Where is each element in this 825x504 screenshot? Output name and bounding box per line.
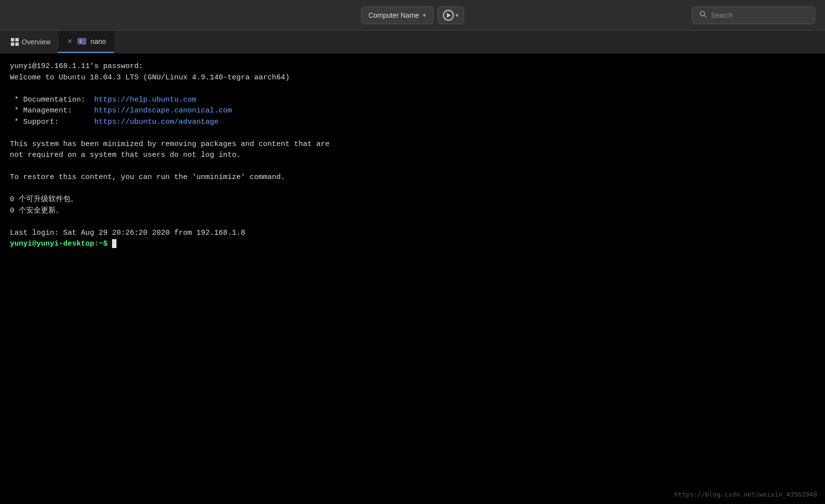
terminal-line-6: * Support: https://ubuntu.com/advantage — [10, 117, 815, 128]
terminal-cursor — [112, 239, 116, 248]
computer-name-dropdown[interactable]: Computer Name ▾ — [361, 6, 434, 24]
toolbar: Computer Name ▾ ▾ Search — [0, 0, 825, 31]
play-button[interactable]: ▾ — [437, 6, 464, 24]
terminal-line-8: This system has been minimized by removi… — [10, 139, 815, 150]
link-support: https://ubuntu.com/advantage — [94, 118, 219, 126]
overview-button[interactable]: Overview — [4, 31, 57, 53]
tab-name-label: nano — [90, 37, 106, 45]
terminal-line-13: 0 个可升级软件包。 — [10, 194, 815, 206]
terminal-line-15 — [10, 216, 815, 228]
tab-shell-icon: $_ — [77, 38, 86, 44]
link-management: https://landscape.canonical.com — [94, 107, 232, 115]
terminal-line-5: * Management: https://landscape.canonica… — [10, 106, 815, 117]
terminal-line-9: not required on a system that users do n… — [10, 150, 815, 161]
svg-line-1 — [704, 15, 706, 17]
toolbar-right: Search — [692, 6, 815, 24]
terminal-line-4: * Documentation: https://help.ubuntu.com — [10, 95, 815, 106]
terminal-line-12 — [10, 183, 815, 195]
tabbar: Overview ✕ $_ nano — [0, 31, 825, 53]
terminal-line-1: yunyi@192.168.1.11's password: — [10, 61, 815, 72]
watermark: https://blog.csdn.net/weixin_43562948 — [674, 490, 817, 500]
play-chevron-icon: ▾ — [455, 12, 458, 19]
link-documentation: https://help.ubuntu.com — [94, 96, 196, 104]
terminal-line-16: Last login: Sat Aug 29 20:26:20 2020 fro… — [10, 228, 815, 239]
prompt-user: yunyi@yunyi-desktop:~$ — [10, 240, 108, 248]
search-icon — [699, 10, 707, 20]
grid-icon — [11, 38, 19, 46]
search-label: Search — [711, 11, 733, 19]
terminal-line-2: Welcome to Ubuntu 18.04.3 LTS (GNU/Linux… — [10, 72, 815, 84]
prompt-symbol — [108, 240, 112, 248]
terminal-area[interactable]: yunyi@192.168.1.11's password: Welcome t… — [0, 53, 825, 504]
terminal-prompt-line: yunyi@yunyi-desktop:~$ — [10, 239, 815, 250]
chevron-down-icon: ▾ — [423, 12, 426, 19]
terminal-line-7 — [10, 128, 815, 139]
terminal-line-14: 0 个安全更新。 — [10, 206, 815, 217]
play-triangle-icon — [447, 13, 450, 18]
terminal-line-11: To restore this content, you can run the… — [10, 172, 815, 183]
terminal-line-3 — [10, 83, 815, 95]
terminal-line-10 — [10, 161, 815, 173]
toolbar-center: Computer Name ▾ ▾ — [361, 6, 464, 24]
tab-close-button[interactable]: ✕ — [66, 37, 74, 45]
search-box[interactable]: Search — [692, 6, 815, 24]
play-circle-icon — [443, 10, 453, 21]
computer-name-label: Computer Name — [369, 11, 419, 19]
tab-nano[interactable]: ✕ $_ nano — [58, 31, 113, 53]
overview-label: Overview — [22, 38, 50, 46]
